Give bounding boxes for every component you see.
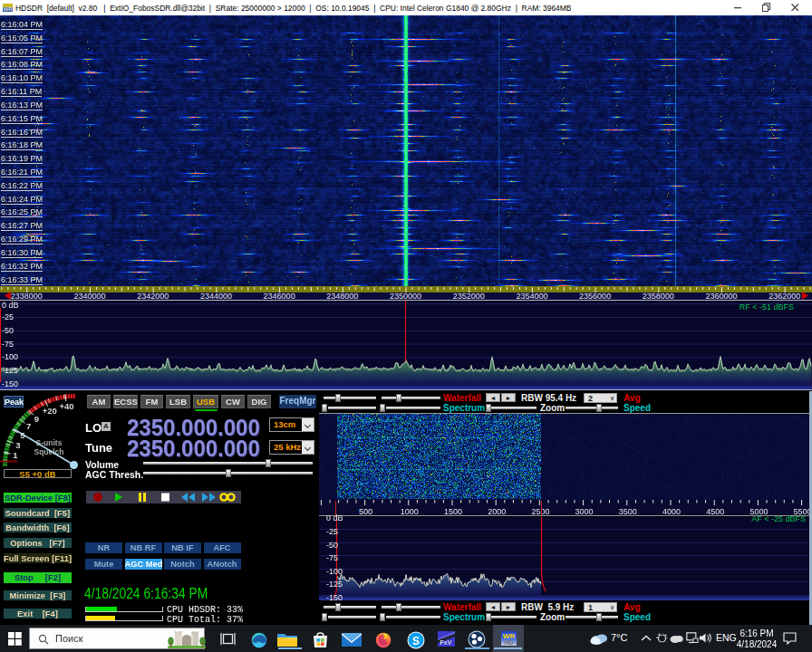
svg-text:HD: HD bbox=[504, 639, 513, 646]
svg-text:+20: +20 bbox=[43, 406, 57, 416]
svg-text:S: S bbox=[412, 635, 420, 647]
svg-text:3: 3 bbox=[15, 440, 20, 450]
svg-text:WR: WR bbox=[4, 6, 14, 12]
svg-text:S-units: S-units bbox=[36, 438, 63, 447]
svg-text:1: 1 bbox=[13, 450, 18, 460]
svg-text:+40: +40 bbox=[59, 401, 73, 411]
svg-text:Squelch: Squelch bbox=[34, 447, 63, 456]
svg-text:7: 7 bbox=[26, 421, 31, 431]
svg-text:FxV: FxV bbox=[440, 639, 452, 646]
svg-text:9: 9 bbox=[34, 414, 39, 424]
